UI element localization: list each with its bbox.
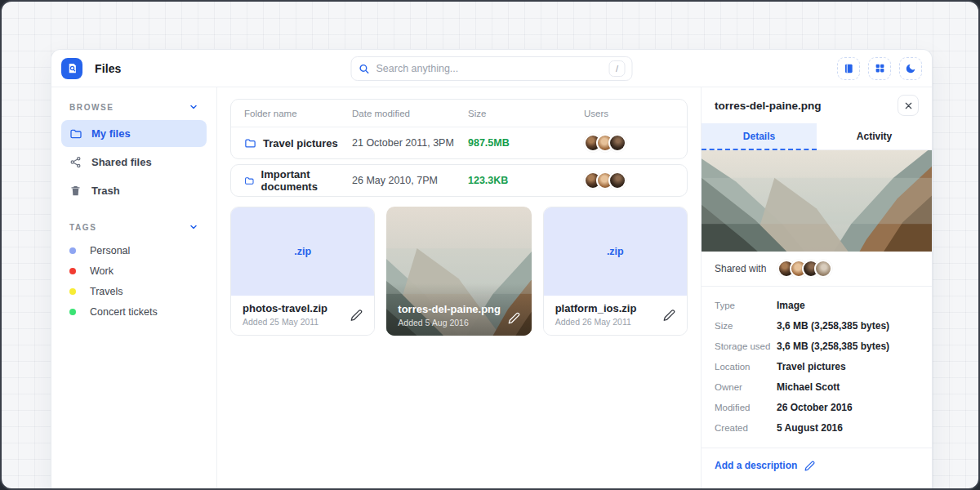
detail-row-location: Location Travel pictures <box>715 356 919 376</box>
detail-row-owner: Owner Michael Scott <box>715 376 919 397</box>
search-input[interactable] <box>376 63 603 74</box>
folder-icon <box>69 127 82 140</box>
trash-icon <box>69 185 82 197</box>
close-panel-button[interactable] <box>898 95 919 116</box>
tags-section-header[interactable]: TAGS <box>61 219 207 240</box>
share-icon <box>69 156 82 168</box>
browse-label: BROWSE <box>69 103 114 112</box>
panel-title: torres-del-paine.png <box>715 100 822 112</box>
search-bar[interactable]: / <box>351 56 633 81</box>
close-icon <box>904 101 913 110</box>
zip-preview: .zip <box>231 207 374 296</box>
dark-mode-button[interactable] <box>899 57 922 80</box>
table-row-important-documents[interactable]: Important documents 26 May 2010, 7PM 123… <box>231 165 687 196</box>
edit-icon[interactable] <box>508 312 520 324</box>
detail-label: Type <box>715 301 777 310</box>
app-logo-icon[interactable] <box>61 58 82 79</box>
app-title: Files <box>95 62 121 75</box>
column-folder-name: Folder name <box>244 109 352 118</box>
edit-icon[interactable] <box>804 461 815 471</box>
tag-personal[interactable]: Personal <box>61 240 207 261</box>
tag-label: Personal <box>90 245 130 256</box>
sidebar-item-my-files[interactable]: My files <box>61 120 207 147</box>
file-title: platform_ios.zip <box>555 302 675 314</box>
tag-concert-tickets[interactable]: Concert tickets <box>61 301 207 322</box>
file-added-date: Added 26 May 2011 <box>555 317 675 327</box>
brand: Files <box>61 58 121 79</box>
notebook-icon <box>843 63 854 74</box>
file-added-date: Added 25 May 2011 <box>243 317 363 327</box>
file-added-date: Added 5 Aug 2016 <box>398 318 501 327</box>
tab-details[interactable]: Details <box>702 123 817 150</box>
date-modified: 21 October 2011, 3PM <box>352 137 468 149</box>
avatar <box>608 134 626 152</box>
sidebar-item-shared-files[interactable]: Shared files <box>61 149 207 176</box>
detail-value: 26 October 2016 <box>777 402 853 413</box>
detail-value: 5 August 2016 <box>777 422 843 434</box>
shared-with-avatars <box>777 260 832 278</box>
panel-tabs: Details Activity <box>702 123 932 150</box>
topbar: Files / <box>51 50 932 87</box>
file-preview-image <box>702 150 932 252</box>
tab-activity[interactable]: Activity <box>817 123 932 150</box>
tag-dot <box>69 247 76 254</box>
sidebar-item-trash[interactable]: Trash <box>61 177 207 204</box>
edit-icon[interactable] <box>663 310 675 322</box>
detail-row-created: Created 5 August 2016 <box>715 417 919 438</box>
zip-badge: .zip <box>294 246 311 257</box>
detail-row-modified: Modified 26 October 2016 <box>715 397 919 417</box>
detail-label: Created <box>715 423 777 433</box>
edit-icon[interactable] <box>350 310 363 322</box>
zip-preview: .zip <box>544 207 687 296</box>
add-description-row: Add a description <box>702 448 932 483</box>
folder-name: Travel pictures <box>263 137 338 149</box>
file-title: torres-del-paine.png <box>398 303 501 315</box>
users-avatars <box>584 172 674 189</box>
tag-label: Work <box>90 265 114 277</box>
top-actions <box>837 57 922 80</box>
file-card-platform-ios-zip[interactable]: .zip platform_ios.zip Added 26 May 2011 <box>543 207 688 336</box>
file-card-torres-del-paine[interactable]: torres-del-paine.png Added 5 Aug 2016 <box>386 207 531 336</box>
column-date-modified: Date modified <box>352 109 468 118</box>
detail-label: Size <box>715 321 777 331</box>
chevron-down-icon <box>189 102 198 112</box>
zip-badge: .zip <box>607 246 624 257</box>
detail-label: Storage used <box>715 341 777 351</box>
tag-dot <box>69 288 76 295</box>
shared-with-row: Shared with <box>702 252 932 287</box>
moon-icon <box>905 63 916 74</box>
grid-view-button[interactable] <box>868 57 891 80</box>
detail-value: Michael Scott <box>777 381 840 393</box>
table-header: Folder name Date modified Size Users <box>231 100 687 127</box>
column-size: Size <box>468 109 584 118</box>
avatar <box>814 260 832 278</box>
tag-label: Travels <box>90 286 123 297</box>
sidebar-item-label: Trash <box>91 185 120 197</box>
table-row-travel-pictures[interactable]: Travel pictures 21 October 2011, 3PM 987… <box>231 127 687 158</box>
folders-table: Folder name Date modified Size Users Tra… <box>230 99 688 159</box>
folder-name: Important documents <box>261 168 352 193</box>
main-content: Folder name Date modified Size Users Tra… <box>217 87 701 490</box>
tag-work[interactable]: Work <box>61 261 207 281</box>
detail-value: 3,6 MB (3,258,385 bytes) <box>777 341 889 352</box>
tag-travels[interactable]: Travels <box>61 281 207 301</box>
detail-label: Location <box>715 362 777 372</box>
notebook-button[interactable] <box>837 57 860 80</box>
folder-icon <box>244 175 255 187</box>
detail-label: Owner <box>715 382 777 392</box>
search-icon <box>359 63 370 74</box>
size-value: 123.3KB <box>468 175 584 186</box>
screen: Files / <box>0 0 980 490</box>
tags-label: TAGS <box>69 223 96 232</box>
browse-section-header[interactable]: BROWSE <box>61 99 207 120</box>
detail-value: Travel pictures <box>777 361 846 372</box>
add-description-link[interactable]: Add a description <box>715 460 797 471</box>
folder-icon <box>244 137 256 149</box>
file-card-photos-travel-zip[interactable]: .zip photos-travel.zip Added 25 May 2011 <box>230 207 375 336</box>
tags-section: TAGS Personal Work <box>61 219 207 322</box>
detail-row-size: Size 3,6 MB (3,258,385 bytes) <box>715 315 919 336</box>
shared-with-label: Shared with <box>715 263 766 274</box>
grid-icon <box>875 63 885 74</box>
detail-row-type: Type Image <box>715 295 919 315</box>
column-users: Users <box>584 109 674 118</box>
